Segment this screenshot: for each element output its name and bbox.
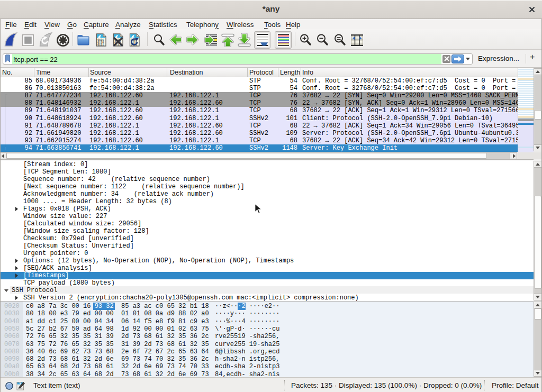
svg-text:0111: 0111 [97,43,104,47]
